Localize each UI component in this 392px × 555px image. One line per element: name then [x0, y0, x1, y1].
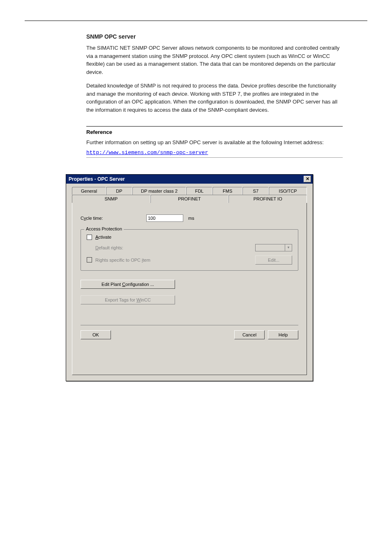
rights-specific-label: Rights specific to OPC item — [95, 258, 150, 263]
reference-heading: Reference — [86, 129, 343, 135]
cycle-time-label: Cycle time: — [81, 216, 146, 221]
tab-snmp[interactable]: SNMP — [72, 195, 150, 203]
access-protection-group: Access Protection Activate Default right… — [81, 229, 298, 271]
tab-panel-snmp: Cycle time: ms Access Protection Activat… — [72, 203, 307, 375]
reference-text: Further information on setting up an SNM… — [86, 138, 343, 147]
dialog-titlebar: Properties - OPC Server ✕ — [66, 175, 313, 184]
tab-s7[interactable]: S7 — [242, 187, 269, 195]
tab-fms[interactable]: FMS — [212, 187, 242, 195]
top-rule — [25, 21, 367, 21]
chevron-down-icon: ▼ — [285, 244, 292, 251]
activate-checkbox[interactable] — [87, 235, 92, 240]
paragraph-1: The SIMATIC NET SNMP OPC Server allows n… — [86, 44, 343, 76]
paragraph-2: Detailed knowledge of SNMP is not requir… — [86, 82, 343, 114]
default-rights-label: Default rights: — [87, 245, 186, 250]
rights-specific-checkbox — [87, 257, 92, 263]
opc-properties-dialog: Properties - OPC Server ✕ General DP DP … — [66, 174, 313, 381]
close-icon: ✕ — [306, 177, 309, 181]
edit-rights-button: Edit... — [255, 256, 292, 265]
tab-general[interactable]: General — [72, 187, 106, 195]
default-rights-select: ▼ — [255, 244, 292, 251]
dialog-title: Properties - OPC Server — [69, 176, 125, 182]
cycle-time-unit: ms — [188, 216, 194, 221]
tab-fdl[interactable]: FDL — [186, 187, 212, 195]
tab-dp-master-class-2[interactable]: DP master class 2 — [132, 187, 186, 195]
cycle-time-input[interactable] — [146, 214, 183, 222]
activate-label: Activate — [95, 235, 111, 240]
edit-plant-config-button[interactable]: Edit Plant Configuration ... — [81, 280, 175, 289]
reference-link[interactable]: http://www.siemens.com/snmp-opc-server — [86, 150, 208, 156]
cancel-button[interactable]: Cancel — [234, 330, 265, 339]
help-button[interactable]: Help — [268, 330, 298, 339]
tab-profinet-io[interactable]: PROFINET IO — [228, 195, 307, 203]
section-rule — [86, 126, 343, 127]
tab-dp[interactable]: DP — [106, 187, 132, 195]
access-protection-legend: Access Protection — [84, 226, 124, 231]
link-rule — [86, 157, 343, 158]
close-button[interactable]: ✕ — [304, 176, 311, 182]
tab-profinet[interactable]: PROFINET — [150, 195, 229, 203]
ok-button[interactable]: OK — [81, 330, 111, 339]
export-tags-wincc-button: Export Tags for WinCC — [81, 295, 175, 304]
section-title: SNMP OPC server — [86, 33, 343, 40]
tab-iso-tcp[interactable]: ISO/TCP — [269, 187, 307, 195]
